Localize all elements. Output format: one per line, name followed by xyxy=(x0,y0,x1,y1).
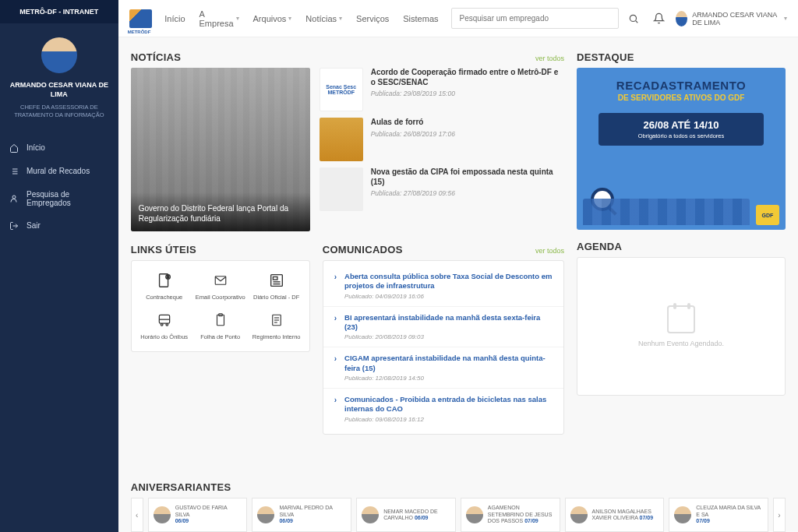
aniv-next[interactable]: › xyxy=(773,498,786,532)
search-wrap: ARMANDO CESAR VIANA DE LIMA ▾ xyxy=(451,8,787,29)
agenda-section: AGENDA Nenhum Evento Agendado. xyxy=(577,241,786,396)
comunicado-item[interactable]: › Aberta consulta pública sobre Taxa Soc… xyxy=(323,266,563,307)
col-left: NOTÍCIAS ver todos Governo do Distrito F… xyxy=(131,51,564,469)
topnav-label: A Empresa xyxy=(200,9,234,28)
sidebar-item-pesquisa[interactable]: Pesquisa de Empregados xyxy=(0,183,118,214)
noticias-ver-todos[interactable]: ver todos xyxy=(535,55,564,62)
hero-caption: Governo do Distrito Federal lança Portal… xyxy=(131,192,310,231)
svg-point-19 xyxy=(161,324,163,326)
search-input[interactable] xyxy=(451,8,620,29)
link-email[interactable]: Email Coorporativo xyxy=(194,272,247,301)
newspaper-icon xyxy=(267,272,286,289)
user-menu[interactable]: ARMANDO CESAR VIANA DE LIMA ▾ xyxy=(676,11,787,26)
logout-icon xyxy=(9,221,19,231)
sidebar-item-label: Sair xyxy=(26,221,41,230)
aniv-card[interactable]: NEMAR MACEDO DE CARVALHO 06/09 xyxy=(356,498,456,532)
aniv-card[interactable]: AGAMENON SETEMBRINO DE JESUS DOS PASSOS … xyxy=(461,498,560,532)
aniv-card[interactable]: MARIVAL PEDRO DA SILVA06/09 xyxy=(252,498,351,532)
link-horario-onibus[interactable]: Horário do Ônibus xyxy=(138,312,191,340)
aniv-name: GUSTAVO DE FARIA SILVA xyxy=(175,505,228,516)
aniv-name: NEMAR MACEDO DE CARVALHO xyxy=(383,509,438,520)
avatar xyxy=(674,506,691,523)
comunicado-item[interactable]: › CIGAM apresentará instabilidade na man… xyxy=(323,347,563,389)
topnav-sistemas[interactable]: Sistemas xyxy=(403,9,438,28)
destaque-h2: DE SERVIDORES ATIVOS DO GDF xyxy=(584,93,778,102)
sidebar-item-mural[interactable]: Mural de Recados xyxy=(0,160,118,183)
svg-rect-13 xyxy=(215,277,226,285)
topnav-noticias[interactable]: Notícias▾ xyxy=(305,9,342,28)
news-item[interactable]: Nova gestão da CIPA foi empossada nesta … xyxy=(320,167,564,211)
destaque-title: DESTAQUE xyxy=(577,51,786,63)
aniv-name: AGAMENON SETEMBRINO DE JESUS DOS PASSOS xyxy=(488,505,552,523)
links-section: LINKS ÚTEIS $ Contracheque Email Coorpor… xyxy=(131,244,310,435)
link-contracheque[interactable]: $ Contracheque xyxy=(138,272,191,301)
chevron-right-icon: › xyxy=(334,273,337,300)
comunicado-item[interactable]: › BI apresentará instabilidade na manhã … xyxy=(323,307,563,348)
noticias-section: NOTÍCIAS ver todos Governo do Distrito F… xyxy=(131,51,564,231)
links-title: LINKS ÚTEIS xyxy=(131,244,196,255)
col-right: DESTAQUE RECADASTRAMENTO DE SERVIDORES A… xyxy=(577,51,786,469)
comunicados-ver-todos[interactable]: ver todos xyxy=(535,247,564,255)
destaque-section: DESTAQUE RECADASTRAMENTO DE SERVIDORES A… xyxy=(577,51,786,230)
aniv-card[interactable]: CLEUZA MARIA DA SILVA E SA07/09 xyxy=(669,498,768,532)
aniv-name: CLEUZA MARIA DA SILVA E SA xyxy=(696,505,761,516)
comunicado-meta: Publicado: 04/09/2019 16:06 xyxy=(344,293,553,300)
avatar xyxy=(466,506,483,523)
link-label: Email Coorporativo xyxy=(196,294,245,301)
agenda-card: Nenhum Evento Agendado. xyxy=(577,257,786,396)
topnav-label: Notícias xyxy=(305,14,337,23)
receipt-icon: $ xyxy=(155,272,174,289)
sidebar-item-inicio[interactable]: Início xyxy=(0,136,118,160)
avatar[interactable] xyxy=(41,37,77,73)
chevron-down-icon: ▾ xyxy=(784,15,787,22)
people-icon xyxy=(583,199,750,225)
sidebar: METRÔ-DF - INTRANET ARMANDO CESAR VIANA … xyxy=(0,0,118,532)
topnav-empresa[interactable]: A Empresa▾ xyxy=(200,9,239,28)
comunicado-title: Comunicados - Proibida a entrada de bici… xyxy=(344,395,553,414)
svg-point-6 xyxy=(12,196,16,199)
link-label: Diário Oficial - DF xyxy=(253,294,299,301)
comunicado-title: BI apresentará instabilidade na manhã de… xyxy=(344,313,553,333)
agenda-empty: Nenhum Evento Agendado. xyxy=(638,340,724,347)
news-item[interactable]: Senac SescMETRÔDF Acordo de Cooperação f… xyxy=(320,68,564,111)
aniv-card[interactable]: ANILSON MAGALHAES XAVIER OLIVEIRA 07/09 xyxy=(565,498,665,532)
list-icon xyxy=(9,167,19,176)
topnav-inicio[interactable]: Início xyxy=(164,9,185,28)
topnav-label: Arquivos xyxy=(253,14,287,23)
link-folha-ponto[interactable]: Folha de Ponto xyxy=(194,312,247,340)
destaque-sub: Obrigatório a todos os servidores xyxy=(605,132,757,139)
profile-name: ARMANDO CESAR VIANA DE LIMA xyxy=(5,81,114,99)
aniv-date: 06/09 xyxy=(415,515,429,520)
noticias-title: NOTÍCIAS xyxy=(131,51,182,63)
logo[interactable]: METRÔDF xyxy=(129,9,153,28)
search-button[interactable] xyxy=(625,10,642,27)
topnav-arquivos[interactable]: Arquivos▾ xyxy=(253,9,292,28)
destaque-card[interactable]: RECADASTRAMENTO DE SERVIDORES ATIVOS DO … xyxy=(577,68,786,230)
search-icon xyxy=(628,13,639,24)
link-label: Contracheque xyxy=(146,294,182,301)
topnav-servicos[interactable]: Serviços xyxy=(356,9,389,28)
notifications-button[interactable] xyxy=(648,12,669,24)
logo-text: METRÔDF xyxy=(128,30,151,34)
destaque-h1: RECADASTRAMENTO xyxy=(584,79,778,92)
aniv-card[interactable]: GUSTAVO DE FARIA SILVA06/09 xyxy=(148,498,248,532)
document-icon xyxy=(267,312,286,329)
news-title: Aulas de forró xyxy=(371,118,455,128)
calendar-icon xyxy=(667,305,695,333)
topnav-label: Serviços xyxy=(356,14,389,23)
link-diario[interactable]: Diário Oficial - DF xyxy=(250,272,303,301)
news-title: Nova gestão da CIPA foi empossada nesta … xyxy=(371,167,564,187)
hero-card[interactable]: Governo do Distrito Federal lança Portal… xyxy=(131,68,310,231)
aniv-date: 06/09 xyxy=(279,518,293,523)
clipboard-icon xyxy=(211,312,230,329)
news-item[interactable]: Aulas de forró Publicada: 26/08/2019 17:… xyxy=(320,118,564,161)
user-name: ARMANDO CESAR VIANA DE LIMA xyxy=(692,11,779,26)
aniv-prev[interactable]: ‹ xyxy=(131,498,143,532)
sidebar-item-sair[interactable]: Sair xyxy=(0,214,118,238)
comunicado-item[interactable]: › Comunicados - Proibida a entrada de bi… xyxy=(323,389,563,429)
aniv-date: 07/09 xyxy=(640,515,654,520)
link-regimento[interactable]: Regimento Interno xyxy=(250,312,303,340)
comunicado-title: Aberta consulta pública sobre Taxa Socia… xyxy=(344,272,553,291)
link-label: Horário do Ônibus xyxy=(140,333,188,340)
profile: ARMANDO CESAR VIANA DE LIMA CHEFE DA ASS… xyxy=(0,23,118,130)
